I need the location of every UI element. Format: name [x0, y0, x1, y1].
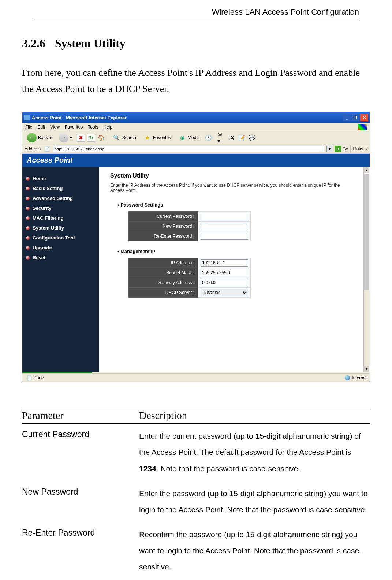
sidebar-item-basic[interactable]: Basic Setting — [25, 183, 97, 193]
done-icon: 📄 — [25, 374, 33, 382]
sidebar-item-sysutil[interactable]: System Utility — [25, 223, 97, 233]
col-header-parameter: Parameter — [22, 410, 139, 421]
status-text: Done — [33, 375, 44, 380]
minimize-button[interactable]: _ — [343, 114, 351, 121]
ap-brand-banner: Access Point — [22, 154, 370, 167]
address-input[interactable] — [53, 146, 324, 152]
menu-file[interactable]: File — [25, 124, 32, 130]
mail-icon[interactable]: ✉ ▾ — [217, 134, 225, 142]
xp-logo-icon — [358, 124, 367, 130]
content-pane: System Utility Enter the IP Address of t… — [99, 167, 363, 372]
gateway-label: Gateway Address : — [129, 278, 198, 288]
running-head: Wireless LAN Access Point Configuration — [33, 7, 359, 18]
menu-help[interactable]: Help — [103, 124, 112, 130]
dhcp-select[interactable]: Disabled — [201, 289, 248, 296]
bullet-icon — [26, 226, 30, 230]
gateway-input[interactable] — [201, 279, 248, 286]
sidebar-item-home[interactable]: Home — [25, 174, 97, 183]
section-title: System Utility — [55, 37, 126, 50]
ie-icon — [24, 115, 30, 120]
table-row: Re-Enter Password Reconfirm the password… — [22, 522, 370, 579]
subnet-mask-label: Subnet Mask : — [129, 268, 198, 278]
ie-menubar: File Edit View Favorites Tools Help — [22, 123, 370, 131]
home-icon[interactable]: 🏠 — [97, 134, 105, 142]
sidebar-item-configtool[interactable]: Configuration Tool — [25, 233, 97, 243]
param-desc: Reconfirm the password (up to 15-digit a… — [139, 527, 370, 575]
edit-icon[interactable]: 📝 — [238, 134, 246, 142]
address-label: Address — [25, 146, 41, 152]
menu-view[interactable]: View — [50, 124, 60, 130]
stop-button[interactable]: ✖ — [77, 134, 85, 142]
new-password-label: New Password : — [129, 222, 198, 231]
bullet-icon — [26, 187, 30, 190]
menu-edit[interactable]: Edit — [37, 124, 45, 130]
scrollbar[interactable]: ▲ ▼ — [363, 167, 370, 372]
mgmt-ip-section-header: Management IP — [117, 249, 352, 254]
parameter-table: Parameter Description Current Password E… — [22, 408, 370, 579]
content-description: Enter the IP Address of the Access Point… — [110, 183, 352, 193]
current-password-input[interactable] — [201, 213, 248, 220]
ip-address-input[interactable] — [201, 259, 248, 267]
sidebar-item-upgrade[interactable]: Upgrade — [25, 243, 97, 253]
reenter-password-label: Re-Enter Password : — [129, 231, 198, 241]
param-name: New Password — [22, 486, 139, 518]
ie-statusbar: 📄 Done Internet — [22, 373, 370, 382]
links-label[interactable]: Links — [353, 146, 363, 152]
maximize-button[interactable]: ❐ — [351, 114, 359, 121]
favorites-button[interactable]: ★Favorites — [141, 133, 173, 143]
sidebar-item-advanced[interactable]: Advanced Setting — [25, 193, 97, 203]
page-icon: 📄 — [43, 145, 51, 153]
internet-zone-icon — [345, 375, 350, 380]
scroll-down-icon[interactable]: ▼ — [364, 366, 370, 372]
dhcp-label: DHCP Server : — [129, 288, 198, 298]
param-desc: Enter the current password (up to 15-dig… — [139, 428, 370, 476]
sidebar-item-security[interactable]: Security — [25, 203, 97, 213]
scroll-thumb[interactable] — [364, 173, 370, 290]
links-chevron-icon[interactable]: » — [365, 147, 367, 151]
param-desc: Enter the password (up to 15-digit alpha… — [139, 486, 370, 518]
go-button[interactable]: ➔Go — [335, 146, 348, 152]
menu-tools[interactable]: Tools — [88, 124, 98, 130]
section-number: 3.2.6 — [22, 37, 45, 50]
new-password-input[interactable] — [201, 223, 248, 230]
scroll-up-icon[interactable]: ▲ — [364, 167, 370, 173]
print-icon[interactable]: 🖨 — [228, 134, 236, 142]
password-section-header: Password Settings — [117, 202, 352, 208]
screenshot-figure: Access Point - Microsoft Internet Explor… — [22, 112, 370, 382]
forward-button[interactable]: → ▾ — [56, 132, 75, 144]
ip-address-label: IP Address : — [129, 258, 198, 268]
address-dropdown[interactable]: ▼ — [326, 146, 332, 152]
bullet-icon — [26, 177, 30, 181]
window-title: Access Point - Microsoft Internet Explor… — [32, 115, 127, 120]
ie-toolbar: ←Back ▾ → ▾ ✖ ↻ 🏠 🔍Search ★Favorites ◉Me… — [22, 131, 370, 144]
reenter-password-input[interactable] — [201, 233, 248, 240]
bullet-icon — [26, 207, 30, 210]
bullet-icon — [26, 236, 30, 240]
param-name: Re-Enter Password — [22, 527, 139, 575]
history-icon[interactable]: 🕑 — [205, 134, 213, 142]
bullet-icon — [26, 246, 30, 250]
col-header-description: Description — [139, 410, 187, 421]
media-button[interactable]: ◉Media — [176, 133, 202, 143]
search-button[interactable]: 🔍Search — [110, 133, 139, 143]
subnet-mask-input[interactable] — [201, 269, 248, 276]
section-heading: 3.2.6 System Utility — [22, 37, 370, 50]
mgmt-ip-table: IP Address : Subnet Mask : Gateway Addre… — [128, 258, 251, 298]
bullet-icon — [26, 256, 30, 260]
sidebar-item-mac[interactable]: MAC Filtering — [25, 213, 97, 223]
table-row: New Password Enter the password (up to 1… — [22, 481, 370, 522]
sidebar-item-reset[interactable]: Reset — [25, 253, 97, 263]
ie-addressbar: Address 📄 ▼ ➔Go Links » — [22, 144, 370, 154]
menu-favorites[interactable]: Favorites — [65, 124, 83, 130]
discuss-icon[interactable]: 💬 — [248, 134, 256, 142]
ie-titlebar: Access Point - Microsoft Internet Explor… — [22, 112, 370, 123]
password-table: Current Password : New Password : Re-Ent… — [128, 211, 251, 241]
content-title: System Utility — [110, 172, 352, 179]
current-password-label: Current Password : — [129, 212, 198, 222]
zone-text: Internet — [352, 375, 367, 380]
bullet-icon — [26, 197, 30, 200]
close-button[interactable]: ✕ — [360, 114, 368, 121]
refresh-button[interactable]: ↻ — [87, 134, 95, 142]
param-name: Current Password — [22, 428, 139, 476]
back-button[interactable]: ←Back ▾ — [25, 132, 54, 144]
